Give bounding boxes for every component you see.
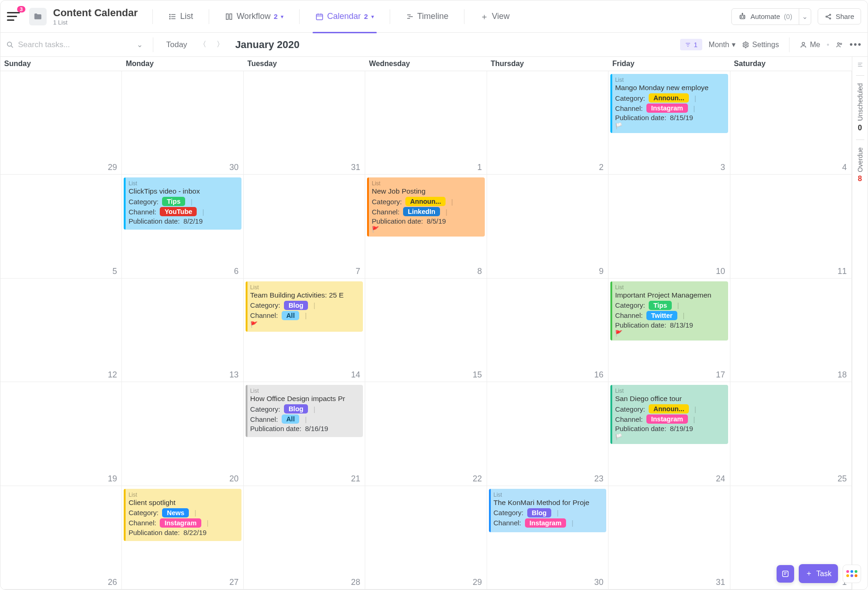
task-card[interactable]: ListThe KonMari Method for ProjeCategory…	[489, 489, 606, 532]
calendar-cell[interactable]: ListSan Diego office tourCategory:Announ…	[609, 382, 730, 486]
calendar-cell[interactable]: ListHow Office Design impacts PrCategory…	[244, 382, 365, 486]
unscheduled-toggle[interactable]: Unscheduled 0	[856, 83, 864, 132]
task-card[interactable]: ListMango Monday new employeCategory:Ann…	[610, 74, 728, 133]
calendar-cell[interactable]: ListClient spotlightCategory:News|Channe…	[122, 486, 243, 590]
calendar-cell[interactable]: ListMango Monday new employeCategory:Ann…	[609, 71, 730, 175]
chevron-down-icon: ▾	[732, 40, 735, 49]
share-label: Share	[836, 12, 854, 20]
overdue-label: Overdue	[856, 147, 864, 172]
prev-month-button[interactable]: 〈	[196, 38, 209, 51]
search-icon	[6, 41, 14, 49]
calendar-cell[interactable]: 12	[0, 279, 122, 382]
calendar-cell[interactable]: 30	[122, 71, 243, 175]
list-label: List	[250, 388, 359, 394]
day-number: 18	[838, 370, 847, 380]
calendar-cell[interactable]: 7	[244, 175, 365, 278]
more-menu[interactable]: •••	[850, 39, 862, 50]
day-number: 15	[473, 370, 482, 380]
chevron-down-icon[interactable]: ⌄	[799, 9, 811, 24]
task-card[interactable]: ListImportant Project ManagemenCategory:…	[610, 281, 728, 341]
calendar-cell[interactable]: 31	[609, 486, 730, 590]
quick-note-button[interactable]	[777, 565, 794, 583]
day-number: 12	[108, 370, 117, 380]
calendar-grid: 29303112ListMango Monday new employeCate…	[0, 71, 852, 590]
calendar-cell[interactable]: ListClickTips video - inboxCategory:Tips…	[122, 175, 243, 278]
pubdate-value: 8/16/19	[305, 425, 328, 432]
automate-button[interactable]: Automate (0) ⌄	[731, 8, 811, 25]
apps-button[interactable]	[843, 565, 861, 583]
task-card[interactable]: ListClient spotlightCategory:News|Channe…	[124, 489, 241, 541]
calendar-cell[interactable]: 19	[0, 382, 122, 486]
tag: Announ...	[649, 93, 689, 103]
calendar-cell[interactable]: 26	[0, 486, 122, 590]
task-card[interactable]: ListTeam Building Activities: 25 ECatego…	[246, 281, 363, 332]
calendar-cell[interactable]: 15	[365, 279, 487, 382]
filter-count: 1	[694, 41, 698, 49]
me-filter[interactable]: Me	[800, 41, 820, 49]
search-dropdown[interactable]: ⌄	[135, 38, 145, 51]
notification-badge: 3	[17, 6, 25, 12]
calendar-cell[interactable]: 11	[730, 175, 852, 278]
calendar-cell[interactable]: 25	[730, 382, 852, 486]
svg-line-23	[827, 15, 829, 16]
tag: Announ...	[405, 197, 446, 206]
dots-icon: •••	[850, 39, 862, 50]
calendar-cell[interactable]: 29	[0, 71, 122, 175]
settings-button[interactable]: Settings	[742, 41, 779, 49]
day-number: 9	[599, 267, 603, 276]
calendar-cell[interactable]: 13	[122, 279, 243, 382]
calendar-cell[interactable]: 29	[365, 486, 487, 590]
calendar-cell[interactable]: 9	[487, 175, 609, 278]
today-button[interactable]: Today	[162, 38, 192, 51]
period-selector[interactable]: Month ▾	[709, 40, 735, 49]
calendar-cell[interactable]: 28	[244, 486, 365, 590]
calendar-cell[interactable]: 1	[365, 71, 487, 175]
tab-list[interactable]: List	[163, 0, 199, 33]
robot-icon	[738, 12, 747, 21]
calendar-cell[interactable]: 23	[487, 382, 609, 486]
app-header: 3 Content Calendar 1 List List Workflow …	[0, 0, 868, 33]
calendar-cell[interactable]: 16	[487, 279, 609, 382]
task-card[interactable]: ListSan Diego office tourCategory:Announ…	[610, 385, 728, 444]
add-view-button[interactable]: ＋ View	[475, 0, 515, 33]
tab-timeline[interactable]: Timeline	[400, 0, 454, 33]
tab-workflow[interactable]: Workflow 2 ▾	[219, 0, 289, 33]
calendar-cell[interactable]: 5	[0, 175, 122, 278]
share-button[interactable]: Share	[818, 8, 861, 24]
pubdate-label: Publication date:	[615, 321, 666, 329]
calendar-cell[interactable]: 31	[244, 71, 365, 175]
calendar-cell[interactable]: ListThe KonMari Method for ProjeCategory…	[487, 486, 609, 590]
overdue-toggle[interactable]: Overdue 8	[856, 147, 864, 183]
add-view-label: View	[492, 12, 510, 21]
card-title: Client spotlight	[128, 499, 237, 507]
calendar-cell[interactable]: 4	[730, 71, 852, 175]
calendar-cell[interactable]: 2	[487, 71, 609, 175]
day-header: Monday	[122, 57, 243, 71]
calendar-cell[interactable]: ListNew Job PostingCategory:Announ...|Ch…	[365, 175, 487, 278]
calendar-cell[interactable]: ListImportant Project ManagemenCategory:…	[609, 279, 730, 382]
calendar-cell[interactable]: 10	[609, 175, 730, 278]
category-label: Category:	[250, 405, 280, 413]
task-card[interactable]: ListNew Job PostingCategory:Announ...|Ch…	[367, 177, 484, 237]
task-card[interactable]: ListClickTips video - inboxCategory:Tips…	[124, 177, 241, 230]
lines-icon[interactable]	[856, 61, 864, 68]
next-month-button[interactable]: 〉	[214, 38, 227, 51]
calendar-cell[interactable]: 22	[365, 382, 487, 486]
search-input[interactable]	[18, 40, 110, 49]
category-label: Category:	[250, 301, 280, 309]
calendar-cell[interactable]: 18	[730, 279, 852, 382]
gear-icon	[742, 41, 749, 49]
pubdate-label: Publication date:	[128, 217, 180, 225]
category-label: Category:	[128, 198, 158, 206]
calendar-cell[interactable]: ListTeam Building Activities: 25 ECatego…	[244, 279, 365, 382]
calendar-cell[interactable]: 20	[122, 382, 243, 486]
menu-toggle[interactable]: 3	[7, 9, 23, 24]
person-icon	[800, 41, 807, 49]
pubdate-label: Publication date:	[372, 217, 423, 225]
tab-calendar[interactable]: Calendar 2 ▾	[310, 0, 379, 33]
folder-icon[interactable]	[29, 8, 47, 25]
assignees-button[interactable]	[836, 41, 843, 49]
new-task-button[interactable]: ＋ Task	[799, 564, 838, 583]
task-card[interactable]: ListHow Office Design impacts PrCategory…	[246, 385, 363, 437]
filter-button[interactable]: 1	[680, 39, 702, 50]
